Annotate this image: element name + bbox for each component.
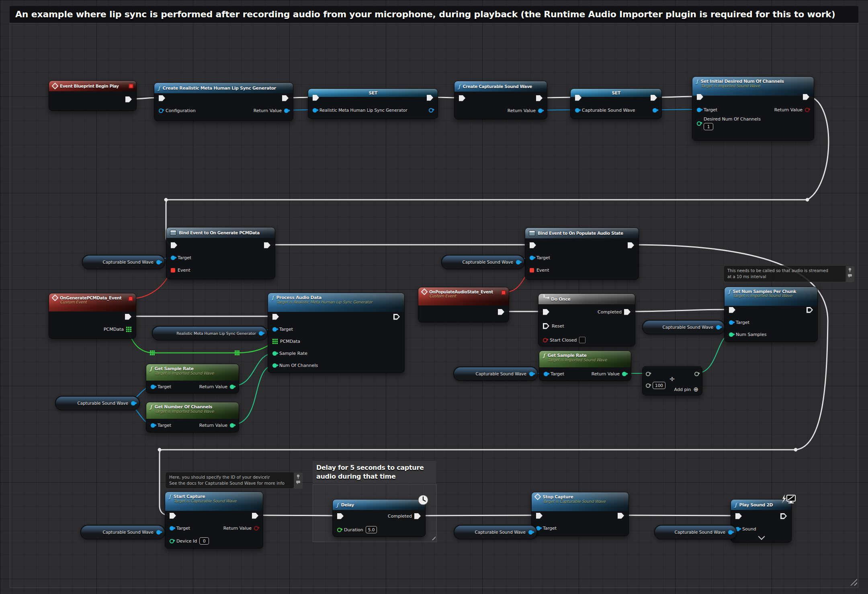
exec-out-pin[interactable] [780, 511, 787, 521]
delegate-output-pin[interactable] [129, 84, 133, 88]
node-get-sample-rate-left[interactable]: ƒ Get Sample Rate Target is Imported Sou… [146, 364, 239, 393]
pin-duration[interactable]: Duration5.0 [337, 525, 377, 535]
pin-pcmdata[interactable]: PCMData [104, 324, 131, 334]
pin-target[interactable]: Target [544, 369, 564, 379]
exec-in-pin[interactable] [170, 511, 176, 520]
pin-target[interactable]: Target [530, 253, 550, 262]
pin-sample-rate[interactable]: Sample Rate [272, 348, 307, 358]
exec-out-pin[interactable] [628, 240, 634, 250]
node-do-once[interactable]: 1→ Do Once Completed Reset Start Closed [538, 293, 635, 346]
exec-in-pin[interactable] [543, 307, 549, 317]
exec-out-pin[interactable] [264, 240, 270, 250]
pushpin-icon[interactable] [848, 268, 852, 272]
pill-output-pin[interactable] [131, 401, 135, 406]
exec-in-pin[interactable] [530, 240, 536, 250]
exec-reset-pin[interactable]: Reset [543, 321, 564, 331]
node-set-initial-num-channels[interactable]: ƒ Set Initial Desired Num Of Channels Ta… [692, 76, 814, 141]
delay-comment-header[interactable]: Delay for 5 seconds to capture audio dur… [313, 461, 436, 483]
pin-return-value[interactable]: Return Value [592, 369, 626, 379]
exec-completed-pin[interactable]: Completed [388, 511, 421, 521]
pin-target[interactable]: Target [151, 420, 171, 430]
node-on-generate-pcmdata-event[interactable]: OnGeneratePCMData_Event Custom Event PCM… [49, 293, 136, 339]
blueprint-graph[interactable]: An example where lip sync is performed a… [0, 0, 868, 594]
desired-num-channels-input[interactable]: 1 [704, 123, 713, 130]
node-set-sound-wave[interactable]: SET Capturable Sound Wave [570, 88, 662, 119]
pin-sound-wave-output[interactable] [653, 105, 657, 115]
exec-out-pin[interactable] [282, 93, 289, 103]
getter-capturable-sound-wave-3[interactable]: Capturable Sound Wave [441, 255, 525, 269]
exec-in-pin[interactable] [159, 93, 165, 103]
exec-in-pin[interactable] [313, 93, 319, 102]
pin-sound-wave-variable[interactable]: Capturable Sound Wave [575, 105, 635, 115]
pin-return-value[interactable]: Return Value [223, 523, 258, 533]
pin-target[interactable]: Target [272, 324, 293, 334]
exec-out-pin[interactable] [807, 305, 813, 315]
node-delay[interactable]: ƒ Delay Completed Duration5.0 [332, 499, 426, 537]
pill-output-pin[interactable] [156, 260, 161, 264]
pin-start-closed[interactable]: Start Closed [543, 335, 585, 345]
pin-target[interactable]: Target [697, 105, 717, 115]
exec-out-pin[interactable] [252, 511, 258, 520]
duration-input[interactable]: 5.0 [366, 526, 377, 533]
pin-return-value[interactable]: Return Value [254, 106, 289, 115]
exec-out-pin[interactable] [125, 94, 132, 104]
getter-capturable-sound-wave-1[interactable]: Capturable Sound Wave [82, 255, 165, 269]
node-get-sample-rate-right[interactable]: ƒ Get Sample Rate Target is Imported Sou… [539, 350, 631, 381]
getter-lipsync-generator[interactable]: Realistic Meta Human Lip Sync Generator [152, 326, 268, 340]
pin-configuration[interactable]: Configuration [159, 106, 196, 115]
getter-capturable-sound-wave-5[interactable]: Capturable Sound Wave [453, 367, 538, 381]
pin-target[interactable]: Target [171, 253, 191, 262]
node-process-audio-data[interactable]: ƒ Process Audio Data Target is Realistic… [268, 293, 405, 373]
pill-output-pin[interactable] [259, 331, 263, 336]
node-play-sound-2d[interactable]: ƒ Play Sound 2D Sound [731, 499, 792, 543]
exec-out-pin[interactable] [618, 511, 624, 520]
exec-out-pin[interactable] [803, 92, 809, 102]
pin-num-of-channels[interactable]: Num Of Channels [272, 360, 318, 370]
device-id-input[interactable]: 0 [199, 537, 209, 545]
exec-in-pin[interactable] [171, 240, 177, 250]
exec-in-pin[interactable] [729, 305, 735, 315]
exec-in-pin[interactable] [536, 511, 542, 520]
pin-generator-output[interactable] [429, 105, 433, 115]
pin-event-delegate[interactable]: Event [530, 265, 549, 275]
pin-target[interactable]: Target [151, 382, 171, 391]
getter-capturable-sound-wave-7[interactable]: Capturable Sound Wave [454, 525, 537, 539]
delegate-output-pin[interactable] [128, 296, 133, 301]
pin-return-value[interactable]: Return Value [508, 106, 542, 115]
start-closed-checkbox[interactable] [579, 337, 585, 343]
pin-result[interactable] [694, 369, 699, 379]
pin-target[interactable]: Target [729, 317, 749, 327]
exec-out-pin[interactable] [536, 93, 542, 103]
exec-out-pin[interactable] [651, 93, 657, 102]
exec-in-pin[interactable] [697, 92, 703, 102]
pin-target[interactable]: Target [170, 523, 190, 533]
node-on-populate-audio-state-event[interactable]: OnPopulateAudioState_Event Custom Event [418, 287, 509, 322]
delegate-output-pin[interactable] [501, 290, 506, 295]
pill-output-pin[interactable] [528, 530, 533, 535]
pin-dividend[interactable] [646, 369, 650, 379]
pin-event-delegate[interactable]: Event [171, 265, 190, 275]
stream-note-pin-icons[interactable] [845, 266, 854, 282]
pushpin-icon[interactable] [296, 474, 301, 479]
device-note-pin-icons[interactable] [294, 473, 303, 489]
pin-target[interactable]: Target [536, 523, 557, 533]
getter-capturable-sound-wave-2[interactable]: Capturable Sound Wave [55, 396, 140, 410]
node-set-num-samples-per-chunk[interactable]: ƒ Set Num Samples Per Chunk Target is Im… [724, 287, 818, 342]
expand-advanced-chevron-icon[interactable] [758, 533, 765, 540]
node-set-generator[interactable]: SET Realistic Meta Human Lip Sync Genera… [308, 88, 438, 119]
pill-output-pin[interactable] [716, 325, 721, 330]
pill-output-pin[interactable] [156, 530, 161, 535]
exec-in-pin[interactable] [459, 93, 465, 103]
node-bind-on-generate-pcmdata[interactable]: Bind Event to On Generate PCMData Target… [166, 227, 275, 279]
node-create-lipsync-generator[interactable]: ƒ Create Realistic Meta Human Lip Sync G… [154, 82, 293, 121]
node-start-capture[interactable]: ƒ Start Capture Target is Capturable Sou… [165, 492, 263, 549]
pin-device-id[interactable]: Device Id0 [170, 536, 209, 546]
pin-desired-num-channels[interactable]: Desired Num Of Channels 1 [697, 115, 761, 131]
exec-in-pin[interactable] [575, 93, 581, 102]
graph-comment-title[interactable]: An example where lip sync is performed a… [10, 6, 858, 23]
node-event-begin-play[interactable]: Event Blueprint Begin Play [49, 80, 137, 111]
node-create-capturable-sound-wave[interactable]: ƒ Create Capturable Sound Wave Return Va… [454, 81, 547, 119]
exec-out-pin[interactable] [498, 307, 504, 317]
pin-pcmdata[interactable]: PCMData [272, 336, 300, 346]
node-divide[interactable]: ÷ 100 Add pin⊕ [642, 366, 702, 395]
